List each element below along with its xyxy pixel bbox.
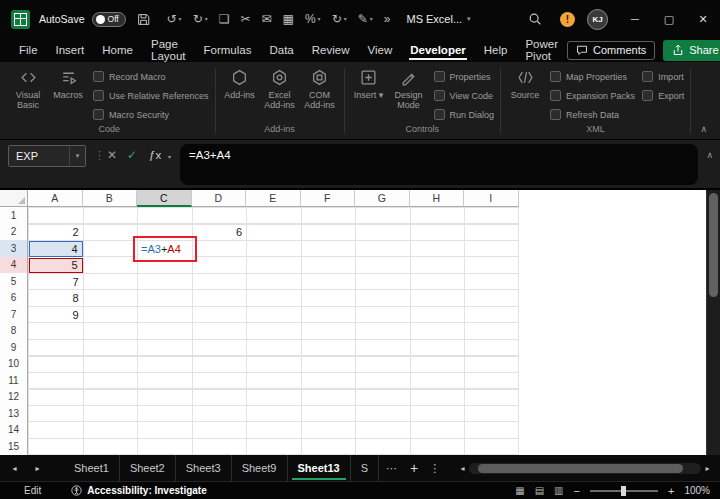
- grid-lines[interactable]: [28, 207, 519, 455]
- column-header-B[interactable]: B: [83, 190, 138, 207]
- ribbon-button-properties[interactable]: Properties: [434, 67, 495, 86]
- column-header-D[interactable]: D: [192, 190, 247, 207]
- copy-icon[interactable]: ❏: [219, 13, 230, 25]
- menu-tab-page-layout[interactable]: Page Layout: [142, 38, 195, 62]
- menu-tab-formulas[interactable]: Formulas: [195, 38, 261, 62]
- ribbon-button-excel-add-ins[interactable]: Excel Add-ins: [261, 67, 299, 111]
- ribbon-button-macros[interactable]: Macros: [49, 67, 87, 100]
- chevron-down-icon[interactable]: ▾: [69, 146, 85, 166]
- tab-scroll-left-icon[interactable]: ◂: [6, 464, 23, 473]
- ribbon-button-use-relative-references[interactable]: Use Relative References: [93, 86, 209, 105]
- chevron-down-icon[interactable]: ▾: [168, 153, 171, 160]
- insert-function-icon[interactable]: ƒx: [149, 149, 161, 161]
- tab-options-icon[interactable]: ⋮: [429, 462, 440, 475]
- maximize-button[interactable]: ▢: [652, 0, 686, 38]
- row-header-7[interactable]: 7: [0, 306, 28, 324]
- ribbon-button-export[interactable]: Export: [642, 86, 684, 105]
- cell-A3[interactable]: 4: [29, 241, 83, 257]
- refresh-icon[interactable]: ↻▾: [332, 13, 347, 25]
- row-header-10[interactable]: 10: [0, 356, 28, 374]
- app-title[interactable]: MS Excel... ▾: [406, 13, 470, 25]
- cell-A2[interactable]: 2: [29, 225, 83, 241]
- ribbon-button-add-ins[interactable]: Add-ins: [221, 67, 259, 100]
- formula-input[interactable]: =A3+A4: [180, 144, 698, 185]
- row-header-1[interactable]: 1: [0, 207, 28, 225]
- menu-tab-home[interactable]: Home: [93, 38, 142, 62]
- ribbon-button-macro-security[interactable]: Macro Security: [93, 105, 209, 124]
- ribbon-button-insert[interactable]: Insert ▾: [350, 67, 388, 100]
- cut-icon[interactable]: ✂: [240, 13, 250, 25]
- collapse-formula-bar-icon[interactable]: ∧: [706, 150, 713, 160]
- menu-tab-help[interactable]: Help: [475, 38, 517, 62]
- share-button[interactable]: Share ▾: [663, 40, 720, 61]
- menu-tab-power-pivot[interactable]: Power Pivot: [516, 38, 567, 62]
- ribbon-button-refresh-data[interactable]: Refresh Data: [550, 105, 635, 124]
- horizontal-scrollbar-thumb[interactable]: [478, 464, 683, 473]
- autosave-toggle[interactable]: Off: [92, 12, 126, 27]
- draw-icon[interactable]: ✎▾: [358, 13, 373, 25]
- accessibility-checker[interactable]: Accessibility: Investigate: [71, 485, 207, 496]
- ribbon-button-map-properties[interactable]: Map Properties: [550, 67, 635, 86]
- row-header-9[interactable]: 9: [0, 339, 28, 357]
- sheet-tab-sheet1[interactable]: Sheet1: [64, 455, 120, 481]
- row-header-3[interactable]: 3: [0, 240, 28, 258]
- ribbon-button-source[interactable]: Source: [506, 67, 544, 100]
- zoom-in-button[interactable]: +: [668, 485, 674, 497]
- scroll-left-icon[interactable]: ◂: [456, 464, 469, 473]
- column-header-G[interactable]: G: [355, 190, 410, 207]
- zoom-slider[interactable]: [590, 490, 658, 492]
- cell-A6[interactable]: 8: [29, 291, 83, 307]
- zoom-out-button[interactable]: −: [574, 485, 580, 497]
- ribbon-button-design-mode[interactable]: Design Mode: [390, 67, 428, 111]
- cell-A7[interactable]: 9: [29, 307, 83, 323]
- zoom-slider-thumb[interactable]: [621, 486, 626, 496]
- cell-A5[interactable]: 7: [29, 274, 83, 290]
- select-all-corner[interactable]: [0, 190, 28, 207]
- more-commands-icon[interactable]: »: [384, 13, 391, 25]
- menu-tab-data[interactable]: Data: [260, 38, 302, 62]
- new-sheet-button[interactable]: +: [410, 460, 418, 476]
- row-header-4[interactable]: 4: [0, 257, 28, 275]
- menu-tab-view[interactable]: View: [358, 38, 401, 62]
- page-layout-view-icon[interactable]: ▤: [535, 485, 544, 496]
- ribbon-button-com-add-ins[interactable]: COM Add-ins: [301, 67, 339, 111]
- avatar[interactable]: KJ: [587, 9, 608, 30]
- row-header-15[interactable]: 15: [0, 438, 28, 455]
- ribbon-button-view-code[interactable]: View Code: [434, 86, 495, 105]
- more-sheets-icon[interactable]: ⋯: [386, 462, 397, 475]
- column-header-I[interactable]: I: [464, 190, 519, 207]
- row-header-14[interactable]: 14: [0, 422, 28, 440]
- save-icon[interactable]: [137, 13, 150, 26]
- tab-scroll-right-icon[interactable]: ▸: [29, 464, 46, 473]
- cell-D2[interactable]: 6: [193, 225, 247, 241]
- close-button[interactable]: ✕: [686, 0, 720, 38]
- enter-icon[interactable]: ✓: [127, 148, 137, 162]
- horizontal-scrollbar[interactable]: ◂ ▸: [456, 462, 714, 474]
- sheet-tab-sheet2[interactable]: Sheet2: [120, 455, 176, 481]
- percent-icon[interactable]: %▾: [305, 13, 321, 25]
- horizontal-scrollbar-track[interactable]: [469, 463, 701, 474]
- alert-badge-icon[interactable]: !: [560, 12, 575, 27]
- cell-A4[interactable]: 5: [29, 258, 83, 274]
- cancel-icon[interactable]: ✕: [107, 148, 117, 162]
- name-box[interactable]: EXP ▾: [8, 145, 86, 167]
- ribbon-button-record-macro[interactable]: Record Macro: [93, 67, 209, 86]
- ribbon-button-import[interactable]: Import: [642, 67, 684, 86]
- row-header-12[interactable]: 12: [0, 389, 28, 407]
- column-header-H[interactable]: H: [410, 190, 465, 207]
- menu-tab-file[interactable]: File: [10, 38, 47, 62]
- vertical-scrollbar[interactable]: [706, 190, 720, 455]
- sheet-tab-s[interactable]: S: [351, 455, 379, 481]
- mail-icon[interactable]: ✉: [262, 13, 272, 25]
- column-header-E[interactable]: E: [246, 190, 301, 207]
- redo-icon[interactable]: ↻▾: [193, 13, 208, 25]
- page-break-view-icon[interactable]: ▥: [554, 485, 563, 496]
- row-header-11[interactable]: 11: [0, 372, 28, 390]
- sheet-tab-sheet3[interactable]: Sheet3: [176, 455, 232, 481]
- ribbon-button-run-dialog[interactable]: Run Dialog: [434, 105, 495, 124]
- vertical-scrollbar-thumb[interactable]: [709, 193, 718, 297]
- minimize-button[interactable]: ─: [618, 0, 652, 38]
- row-header-6[interactable]: 6: [0, 290, 28, 308]
- excel-logo-icon[interactable]: [11, 10, 30, 29]
- row-header-13[interactable]: 13: [0, 405, 28, 423]
